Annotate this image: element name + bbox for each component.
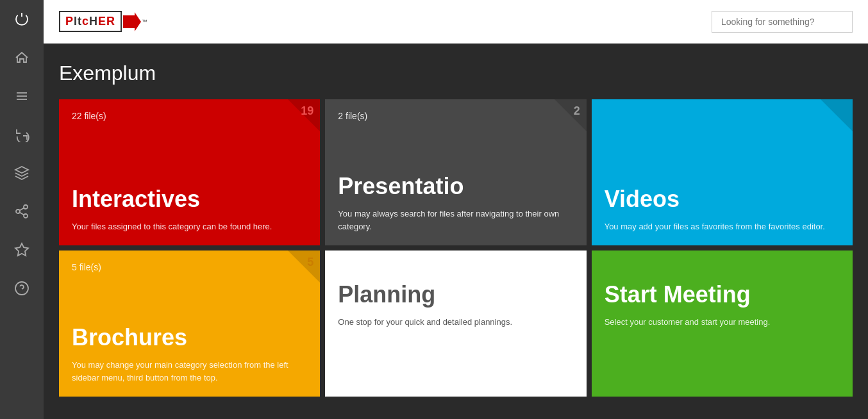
corner-triangle-brochures — [288, 251, 320, 283]
page-title: Exemplum — [59, 62, 853, 85]
main-area: PItcHER ™ Exemplum 19 22 file(s) Interac… — [44, 0, 868, 419]
card-desc-planning: One stop for your quick and detailed pla… — [338, 316, 573, 329]
sidebar-icon-star[interactable] — [0, 231, 44, 269]
trademark: ™ — [142, 19, 147, 25]
card-desc-videos: You may add your files as favorites from… — [605, 220, 840, 233]
sidebar-icon-home[interactable] — [0, 38, 44, 77]
card-desc-interactives: Your files assigned to this category can… — [72, 220, 307, 233]
card-title-presentations: Presentatio — [338, 173, 573, 200]
sidebar-icon-list[interactable] — [0, 77, 44, 115]
svg-point-10 — [15, 282, 28, 295]
content-area: Exemplum 19 22 file(s) Interactives Your… — [44, 44, 868, 419]
card-videos[interactable]: Videos You may add your files as favorit… — [592, 99, 853, 245]
card-desc-presentations: You may always search for files after na… — [338, 208, 573, 233]
logo-text: PItcHER — [65, 15, 115, 28]
card-interactives[interactable]: 19 22 file(s) Interactives Your files as… — [59, 99, 320, 245]
svg-marker-12 — [123, 12, 141, 31]
logo: PItcHER ™ — [59, 11, 147, 32]
svg-point-4 — [24, 205, 28, 209]
sidebar — [0, 0, 44, 419]
card-files-brochures: 5 file(s) — [72, 262, 307, 272]
svg-point-5 — [16, 210, 20, 213]
sidebar-icon-help[interactable] — [0, 269, 44, 308]
badge-brochures: 5 — [307, 256, 313, 269]
card-title-brochures: Brochures — [72, 324, 307, 351]
card-title-planning: Planning — [338, 281, 573, 308]
corner-triangle-presentations — [555, 99, 587, 131]
header: PItcHER ™ — [44, 0, 868, 44]
logo-arrow-icon — [123, 12, 141, 31]
badge-presentations: 2 — [574, 104, 580, 118]
card-brochures[interactable]: 5 5 file(s) Brochures You may change you… — [59, 251, 320, 397]
svg-marker-9 — [15, 243, 28, 256]
sidebar-icon-power[interactable] — [0, 0, 44, 38]
card-files-interactives: 22 file(s) — [72, 111, 307, 121]
svg-line-7 — [20, 213, 24, 215]
card-start-meeting[interactable]: Start Meeting Select your customer and s… — [592, 251, 853, 397]
sidebar-icon-share[interactable] — [0, 192, 44, 231]
svg-point-6 — [24, 214, 28, 218]
card-title-start-meeting: Start Meeting — [605, 281, 840, 308]
sidebar-icon-layers[interactable] — [0, 154, 44, 192]
card-files-presentations: 2 file(s) — [338, 111, 573, 121]
badge-interactives: 19 — [301, 104, 313, 118]
search-input[interactable] — [712, 11, 853, 33]
card-title-videos: Videos — [605, 186, 840, 213]
card-desc-start-meeting: Select your customer and start your meet… — [605, 316, 840, 329]
card-planning[interactable]: Planning One stop for your quick and det… — [325, 251, 586, 397]
svg-line-8 — [20, 208, 24, 211]
logo-box: PItcHER — [59, 11, 122, 32]
card-desc-brochures: You may change your main category select… — [72, 359, 307, 384]
corner-triangle-videos — [821, 99, 853, 131]
sidebar-icon-refresh[interactable] — [0, 115, 44, 154]
svg-marker-3 — [15, 167, 28, 173]
card-presentations[interactable]: 2 2 file(s) Presentatio You may always s… — [325, 99, 586, 245]
cards-grid: 19 22 file(s) Interactives Your files as… — [59, 99, 853, 397]
card-title-interactives: Interactives — [72, 186, 307, 213]
